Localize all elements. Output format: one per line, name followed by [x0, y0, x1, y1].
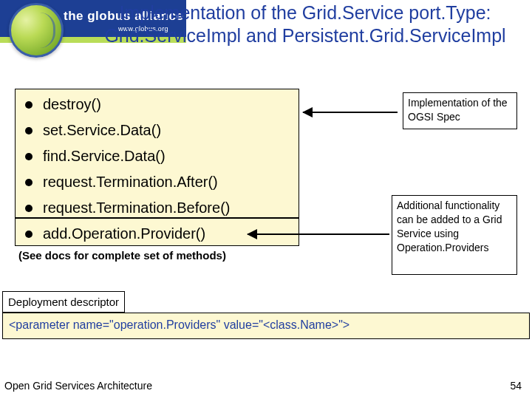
deployment-descriptor-label: Deployment descriptor	[2, 291, 125, 313]
method-name: set.Service.Data()	[43, 122, 161, 139]
arrow-icon	[303, 112, 398, 113]
parameter-snippet: <parameter name="operation.Providers" va…	[2, 313, 530, 339]
bullet-icon	[25, 101, 33, 109]
bullet-icon	[25, 179, 33, 186]
page-number: 54	[510, 380, 522, 392]
method-name: destroy()	[43, 96, 101, 113]
list-item: destroy()	[25, 92, 306, 117]
method-name: request.Termination.After()	[43, 174, 218, 191]
bullet-icon	[25, 127, 33, 134]
globus-logo-icon	[9, 3, 64, 58]
methods-list: destroy() set.Service.Data() find.Servic…	[25, 92, 306, 247]
list-item: set.Service.Data()	[25, 117, 306, 143]
method-name: request.Termination.Before()	[43, 200, 230, 216]
list-item: find.Service.Data()	[25, 143, 306, 169]
method-name: add.Operation.Provider()	[43, 225, 205, 242]
callout-operation-providers: Additional functionality can be added to…	[392, 195, 517, 275]
footer-text: Open Grid Services Architecture	[4, 380, 152, 392]
slide-title: Implementation of the Grid.Service port.…	[87, 1, 523, 47]
bullet-icon	[25, 153, 33, 160]
list-item: request.Termination.After()	[25, 169, 306, 195]
list-item: request.Termination.Before()	[25, 195, 306, 221]
bullet-icon	[25, 205, 33, 212]
arrow-icon	[248, 233, 389, 235]
callout-ogsi-spec: Implementation of the OGSI Spec	[403, 92, 517, 129]
methods-footnote: (See docs for complete set of methods)	[18, 249, 226, 262]
method-name: find.Service.Data()	[43, 148, 166, 165]
bullet-icon	[25, 231, 33, 238]
